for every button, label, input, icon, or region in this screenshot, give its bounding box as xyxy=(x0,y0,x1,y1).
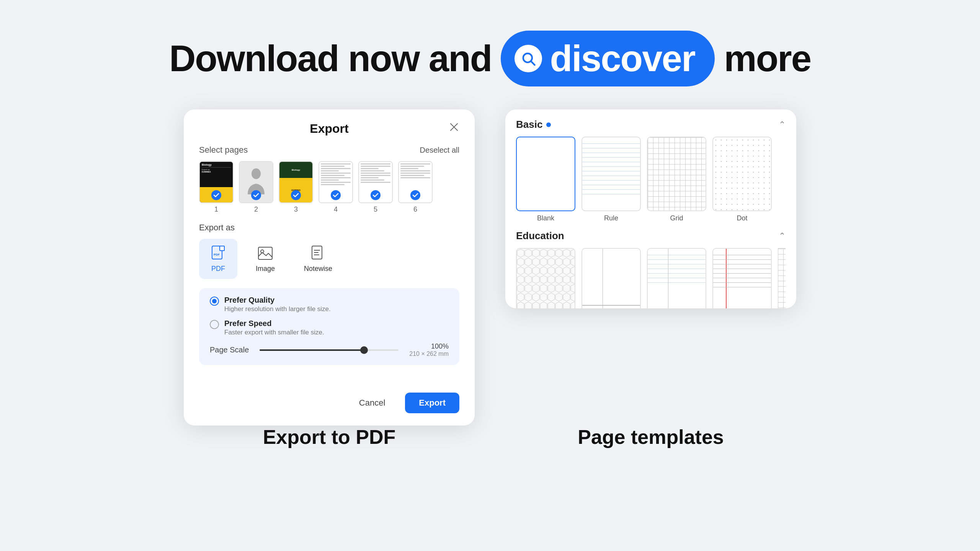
export-option-notewise[interactable]: Notewise xyxy=(293,239,343,279)
check-badge-2 xyxy=(251,190,261,200)
page-header: Download now and discover more xyxy=(169,31,811,86)
cancel-button[interactable]: Cancel xyxy=(345,393,399,413)
education-templates-grid: Hexagonal Grid Cornell A xyxy=(516,248,786,308)
page-num-3: 3 xyxy=(294,205,298,214)
cornell-a-thumb xyxy=(581,248,641,308)
template-eng[interactable]: Eng xyxy=(778,248,786,308)
page-scale-label: Page Scale xyxy=(210,346,249,354)
thumb-wrap-6 xyxy=(398,161,433,203)
export-as-label: Export as xyxy=(199,223,459,233)
education-collapse-button[interactable]: ⌃ xyxy=(779,231,786,241)
eng-thumb xyxy=(778,248,786,308)
main-panels: Export Select pages Deselect all xyxy=(0,109,980,425)
thumb-wrap-2 xyxy=(239,161,273,203)
template-legal[interactable]: Legal xyxy=(712,248,772,308)
page-num-6: 6 xyxy=(413,205,417,214)
dot-label: Dot xyxy=(737,214,747,222)
page-templates-label-wrap: Page templates xyxy=(505,425,796,448)
image-icon xyxy=(257,245,274,262)
prefer-speed-radio[interactable] xyxy=(210,320,219,329)
search-icon xyxy=(514,45,542,72)
basic-section-title: Basic xyxy=(516,119,551,130)
page-thumb-1[interactable]: Biology Export as DUMMIES ♦ xyxy=(199,161,234,214)
template-blank[interactable]: Blank xyxy=(516,137,575,222)
discover-pill-text: discover xyxy=(550,37,695,80)
template-dot[interactable]: Dot xyxy=(712,137,772,222)
education-section-header: Education ⌃ xyxy=(516,230,786,242)
thumb-wrap-5 xyxy=(358,161,393,203)
page-num-5: 5 xyxy=(374,205,377,214)
page-thumbnails: Biology Export as DUMMIES ♦ xyxy=(199,161,459,214)
svg-point-4 xyxy=(252,168,261,179)
page-scale-row: Page Scale 100% 210 × 262 mm xyxy=(210,342,449,357)
grid-thumb xyxy=(647,137,706,211)
page-thumb-6[interactable]: 6 xyxy=(398,161,433,214)
thumb-wrap-3: Biology DUMMIES xyxy=(279,161,313,203)
notewise-label: Notewise xyxy=(304,265,332,273)
template-rule[interactable]: Rule xyxy=(581,137,641,222)
svg-line-1 xyxy=(531,62,535,65)
education-section-title: Education xyxy=(516,230,564,242)
thumb-wrap-4 xyxy=(318,161,353,203)
check-badge-5 xyxy=(371,190,381,200)
basic-templates-grid: Blank Rule xyxy=(516,137,786,222)
bottom-labels: Export to PDF Page templates xyxy=(0,425,980,448)
page-num-1: 1 xyxy=(214,205,218,214)
page-templates-label: Page templates xyxy=(578,426,724,448)
svg-rect-8 xyxy=(258,247,272,259)
grid-label: Grid xyxy=(670,214,683,222)
template-cornell-b[interactable]: Cornell B xyxy=(647,248,706,308)
svg-rect-12 xyxy=(517,249,575,308)
page-thumb-5[interactable]: 5 xyxy=(358,161,393,214)
dialog-title: Export xyxy=(310,122,348,136)
basic-collapse-button[interactable]: ⌃ xyxy=(779,120,786,130)
image-label: Image xyxy=(256,265,275,273)
scale-dims: 210 × 262 mm xyxy=(409,350,449,357)
prefer-speed-desc: Faster export with smaller file size. xyxy=(224,329,324,336)
page-num-4: 4 xyxy=(334,205,338,214)
svg-text:PDF: PDF xyxy=(214,253,220,256)
close-button[interactable] xyxy=(447,120,461,134)
pdf-label: PDF xyxy=(211,265,225,273)
export-option-image[interactable]: Image xyxy=(245,239,286,279)
select-pages-label: Select pages xyxy=(199,145,248,155)
scale-slider[interactable] xyxy=(260,349,399,351)
page-thumb-4[interactable]: 4 xyxy=(318,161,353,214)
scale-percent: 100% xyxy=(409,342,449,350)
templates-panel: Basic ⌃ Blank xyxy=(505,109,796,308)
blank-label: Blank xyxy=(537,214,554,222)
slider-fill xyxy=(260,349,364,351)
dialog-body: Select pages Deselect all Biology Export… xyxy=(184,145,475,385)
deselect-all-button[interactable]: Deselect all xyxy=(420,146,459,155)
discover-pill[interactable]: discover xyxy=(501,31,715,86)
prefer-quality-option[interactable]: Prefer Quality Higher resolution with la… xyxy=(210,296,449,313)
legal-thumb xyxy=(712,248,772,308)
export-pdf-label-wrap: Export to PDF xyxy=(184,425,475,448)
export-button[interactable]: Export xyxy=(405,393,459,413)
prefer-quality-radio[interactable] xyxy=(210,297,219,306)
page-thumb-2[interactable]: 2 xyxy=(239,161,273,214)
svg-rect-6 xyxy=(220,246,224,251)
prefer-speed-option[interactable]: Prefer Speed Faster export with smaller … xyxy=(210,319,449,336)
prefer-quality-title: Prefer Quality xyxy=(224,296,331,305)
notewise-icon xyxy=(310,245,327,262)
blank-thumb xyxy=(516,137,575,211)
cornell-b-thumb xyxy=(647,248,706,308)
prefer-quality-desc: Higher resolution with larger file size. xyxy=(224,305,331,313)
template-grid[interactable]: Grid xyxy=(647,137,706,222)
check-badge-1 xyxy=(211,190,221,200)
page-num-2: 2 xyxy=(254,205,258,214)
rule-thumb xyxy=(581,137,641,211)
template-cornell-a[interactable]: Cornell A xyxy=(581,248,641,308)
thumb-wrap-1: Biology Export as DUMMIES ♦ xyxy=(199,161,234,203)
export-option-pdf[interactable]: PDF PDF xyxy=(199,239,237,279)
slider-thumb[interactable] xyxy=(360,346,368,354)
check-badge-6 xyxy=(410,190,420,200)
export-pdf-label: Export to PDF xyxy=(263,426,396,448)
pdf-icon: PDF xyxy=(210,245,227,262)
quality-options-box: Prefer Quality Higher resolution with la… xyxy=(199,288,459,365)
page-thumb-3[interactable]: Biology DUMMIES 3 xyxy=(279,161,313,214)
template-hexgrid[interactable]: Hexagonal Grid xyxy=(516,248,575,308)
export-dialog: Export Select pages Deselect all xyxy=(184,109,475,425)
pages-header: Select pages Deselect all xyxy=(199,145,459,155)
